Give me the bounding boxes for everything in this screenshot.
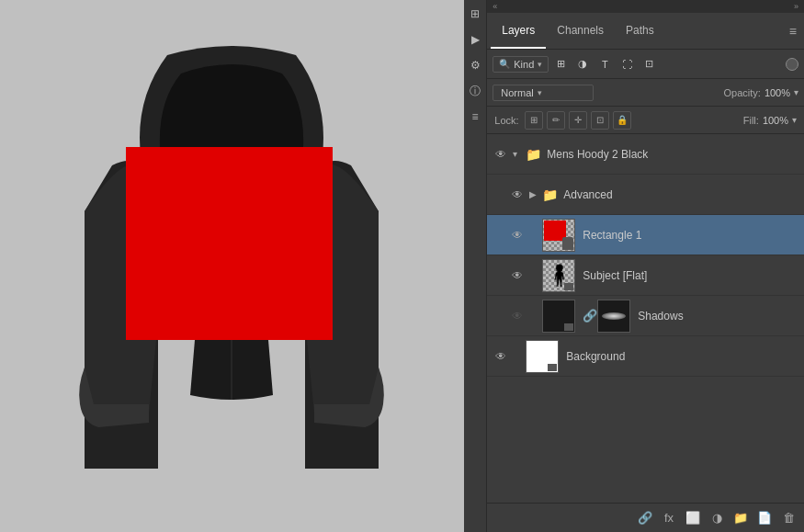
layer-name-advanced: Advanced	[563, 188, 798, 201]
tool-icon-1[interactable]: ⊞	[465, 4, 485, 24]
tabs-row: Layers Channels Paths ≡	[487, 13, 804, 50]
opacity-group: Opacity: 100% ▾	[724, 87, 799, 98]
tool-info[interactable]: ⓘ	[465, 81, 485, 101]
filter-type-icon[interactable]: T	[595, 54, 615, 74]
thumbnail-shadows-2	[597, 300, 630, 333]
tool-layers[interactable]: ≡	[465, 107, 485, 127]
collapse-right-arrow[interactable]: »	[794, 2, 798, 11]
filter-pixel-icon[interactable]: ⊞	[550, 54, 571, 74]
blend-dropdown-arrow: ▾	[538, 88, 542, 97]
layer-rectangle1[interactable]: 👁 Rectangle 1	[487, 215, 804, 255]
layer-name-subject-flat: Subject [Flat]	[583, 269, 798, 282]
layer-link-icon-shadows: 🔗	[583, 309, 597, 323]
layer-background[interactable]: 👁 Background	[487, 336, 804, 377]
panel-bottom: 🔗 fx ⬜ ◑ 📁 📄 🗑	[487, 503, 804, 532]
filter-toolbar: 🔍 Kind ▾ ⊞ ◑ T ⛶ ⊡	[487, 50, 804, 79]
tool-options[interactable]: ⚙	[465, 55, 485, 75]
visibility-mens-hoody[interactable]: 👁	[493, 146, 509, 163]
add-layer-icon[interactable]: 📄	[754, 508, 775, 528]
lock-icons: ⊞ ✏ ✛ ⊡ 🔒	[525, 111, 631, 130]
visibility-shadows[interactable]: 👁	[509, 308, 526, 324]
collapse-left-arrow[interactable]: «	[493, 2, 497, 11]
smart-object-badge3	[564, 323, 573, 331]
layer-shadows[interactable]: 👁 🔗 Shadows	[487, 296, 804, 336]
filter-adjustment-icon[interactable]: ◑	[572, 54, 593, 74]
filter-toggle[interactable]	[786, 58, 798, 71]
opacity-chevron[interactable]: ▾	[794, 87, 798, 97]
ps-tools-sidebar: ⊞ ▶ ⚙ ⓘ ≡	[464, 0, 487, 532]
layer-mens-hoody-group[interactable]: 👁 ▾ 📁 Mens Hoody 2 Black	[487, 134, 804, 175]
thumbnail-background	[526, 340, 559, 373]
visibility-rectangle1[interactable]: 👁	[509, 227, 526, 243]
smart-object-badge4	[548, 364, 557, 371]
layers-panel: « » Layers Channels Paths ≡ 🔍 Kind ▾ ⊞ ◑…	[487, 0, 804, 532]
fill-chevron[interactable]: ▾	[792, 115, 797, 125]
lock-artboard[interactable]: ⊡	[591, 111, 609, 130]
tool-play[interactable]: ▶	[465, 29, 485, 50]
lock-row: Lock: ⊞ ✏ ✛ ⊡ 🔒 Fill: 100% ▾	[487, 107, 804, 134]
layer-name-shadows: Shadows	[638, 310, 798, 323]
kind-dropdown-arrow: ▾	[538, 60, 542, 69]
opacity-value[interactable]: 100%	[764, 87, 790, 98]
canvas-area	[0, 0, 464, 532]
filter-shape-icon[interactable]: ⛶	[617, 54, 637, 74]
layer-advanced-group[interactable]: 👁 ▶ 📁 Advanced	[487, 175, 804, 215]
blend-row: Normal ▾ Opacity: 100% ▾	[487, 79, 804, 107]
panel-menu-icon[interactable]: ≡	[786, 20, 800, 42]
layer-name-mens-hoody: Mens Hoody 2 Black	[547, 148, 798, 161]
lock-position[interactable]: ✛	[569, 111, 587, 130]
thumbnail-rectangle1	[542, 219, 575, 252]
layer-name-rectangle1: Rectangle 1	[583, 229, 798, 242]
visibility-advanced[interactable]: 👁	[509, 187, 526, 203]
add-adjustment-icon[interactable]: ◑	[707, 508, 727, 528]
lock-image-pixels[interactable]: ✏	[547, 111, 565, 130]
kind-dropdown[interactable]: 🔍 Kind ▾	[493, 56, 549, 73]
thumbnail-shadows-1	[542, 300, 575, 333]
delete-layer-icon[interactable]: 🗑	[778, 508, 798, 528]
add-group-icon[interactable]: 📁	[730, 508, 751, 528]
fx-icon[interactable]: fx	[659, 508, 679, 528]
smart-object-badge	[564, 243, 573, 250]
lock-transparent-pixels[interactable]: ⊞	[525, 111, 543, 130]
layer-subject-flat[interactable]: 👁 🧍 Subject [Flat]	[487, 255, 804, 296]
tab-channels[interactable]: Channels	[546, 13, 615, 49]
hoodie-illustration	[75, 46, 388, 487]
visibility-background[interactable]: 👁	[493, 348, 509, 365]
link-layers-icon[interactable]: 🔗	[635, 508, 655, 528]
fill-value[interactable]: 100%	[763, 115, 788, 126]
thumbnail-subject-flat: 🧍	[542, 259, 575, 292]
add-mask-icon[interactable]: ⬜	[683, 508, 703, 528]
layers-list: 👁 ▾ 📁 Mens Hoody 2 Black 👁 ▶ 📁 Advanced …	[487, 134, 804, 503]
blend-mode-dropdown[interactable]: Normal ▾	[493, 85, 594, 101]
fill-group: Fill: 100% ▾	[743, 115, 797, 126]
filter-smart-icon[interactable]: ⊡	[639, 54, 659, 74]
layer-name-background: Background	[566, 350, 798, 363]
lock-all[interactable]: 🔒	[613, 111, 631, 130]
visibility-subject-flat[interactable]: 👁	[509, 267, 526, 284]
tab-paths[interactable]: Paths	[615, 13, 665, 49]
tab-layers[interactable]: Layers	[491, 13, 546, 49]
red-rectangle-overlay	[126, 147, 333, 340]
panel-collapse-bar: « »	[487, 0, 804, 13]
